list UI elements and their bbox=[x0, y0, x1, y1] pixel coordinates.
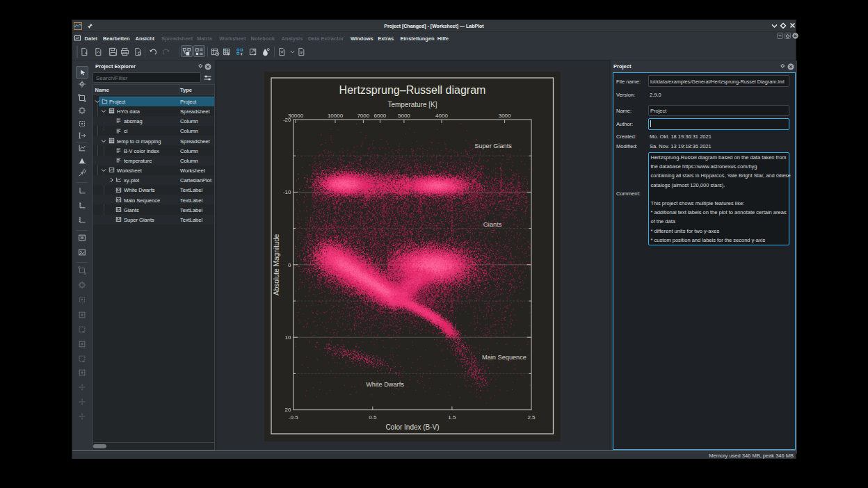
svg-text:2.5: 2.5 bbox=[527, 414, 536, 421]
svg-text:1.5: 1.5 bbox=[448, 414, 456, 421]
svg-text:5000: 5000 bbox=[398, 113, 410, 119]
svg-text:0: 0 bbox=[288, 262, 291, 268]
svg-text:7000: 7000 bbox=[357, 113, 369, 119]
svg-text:20: 20 bbox=[285, 407, 291, 413]
svg-text:Temperature [K]: Temperature [K] bbox=[387, 101, 437, 108]
svg-text:-20: -20 bbox=[283, 117, 291, 123]
svg-text:0.5: 0.5 bbox=[369, 414, 377, 421]
svg-text:-10: -10 bbox=[283, 189, 291, 195]
svg-text:4000: 4000 bbox=[435, 113, 448, 119]
svg-text:Color Index (B-V): Color Index (B-V) bbox=[385, 423, 439, 431]
svg-text:6000: 6000 bbox=[374, 113, 387, 119]
svg-text:Hertzsprung–Russell diagram: Hertzsprung–Russell diagram bbox=[339, 84, 486, 96]
svg-text:10000: 10000 bbox=[328, 113, 344, 119]
svg-text:-0.5: -0.5 bbox=[289, 414, 298, 421]
svg-text:10: 10 bbox=[285, 334, 291, 341]
svg-text:Absolute Magnitude: Absolute Magnitude bbox=[273, 234, 280, 295]
svg-text:3000: 3000 bbox=[499, 113, 511, 119]
